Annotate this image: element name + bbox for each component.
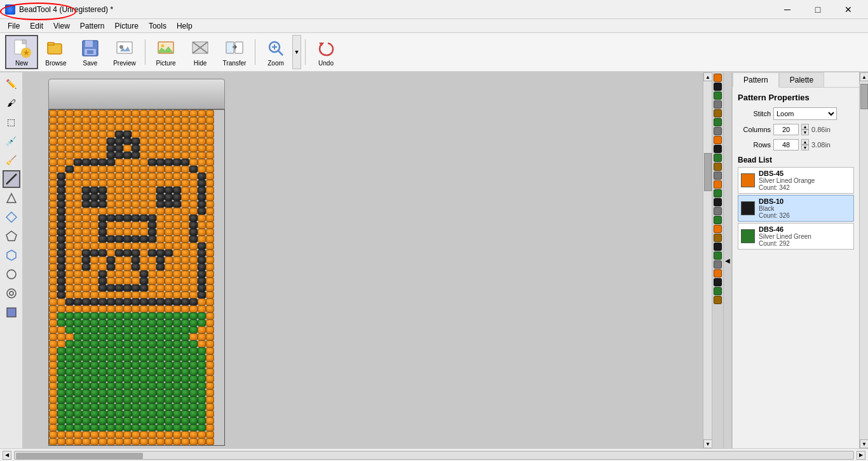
bead[interactable] bbox=[107, 403, 115, 410]
bead[interactable] bbox=[140, 222, 148, 229]
bead[interactable] bbox=[148, 326, 156, 333]
bead[interactable] bbox=[49, 375, 57, 382]
bead[interactable] bbox=[156, 319, 165, 326]
square-fill-tool[interactable] bbox=[3, 304, 20, 321]
bead[interactable] bbox=[165, 145, 173, 152]
bead[interactable] bbox=[115, 361, 123, 368]
bead[interactable] bbox=[49, 298, 57, 305]
bead[interactable] bbox=[140, 375, 148, 382]
bead[interactable] bbox=[198, 333, 206, 340]
bead[interactable] bbox=[140, 277, 148, 284]
bead[interactable] bbox=[148, 215, 156, 222]
canvas-area[interactable] bbox=[23, 72, 703, 448]
bead[interactable] bbox=[82, 257, 90, 264]
bead[interactable] bbox=[132, 117, 140, 124]
bead[interactable] bbox=[173, 431, 181, 438]
bead[interactable] bbox=[98, 361, 107, 368]
bead[interactable] bbox=[107, 375, 115, 382]
bead[interactable] bbox=[165, 396, 173, 403]
bead[interactable] bbox=[90, 166, 98, 173]
bead[interactable] bbox=[65, 382, 74, 389]
bead[interactable] bbox=[49, 201, 57, 208]
bead[interactable] bbox=[189, 354, 198, 361]
bead[interactable] bbox=[82, 110, 90, 117]
bead[interactable] bbox=[140, 145, 148, 152]
bead[interactable] bbox=[65, 312, 74, 319]
bead[interactable] bbox=[65, 159, 74, 166]
bead[interactable] bbox=[123, 243, 132, 250]
scroll-up-button[interactable]: ▲ bbox=[703, 72, 712, 81]
bead[interactable] bbox=[206, 117, 214, 124]
bead[interactable] bbox=[90, 284, 98, 291]
bead[interactable] bbox=[90, 340, 98, 347]
bead[interactable] bbox=[107, 298, 115, 305]
bead[interactable] bbox=[57, 403, 65, 410]
bead[interactable] bbox=[98, 354, 107, 361]
bead[interactable] bbox=[198, 340, 206, 347]
dropper-tool[interactable]: 💉 bbox=[3, 132, 20, 150]
bead[interactable] bbox=[98, 201, 107, 208]
brush-tool[interactable]: 🖌 bbox=[3, 94, 20, 112]
bead[interactable] bbox=[173, 215, 181, 222]
bead[interactable] bbox=[74, 110, 82, 117]
bead[interactable] bbox=[181, 431, 189, 438]
bead[interactable] bbox=[189, 333, 198, 340]
bead[interactable] bbox=[123, 291, 132, 298]
bead[interactable] bbox=[65, 180, 74, 187]
bead[interactable] bbox=[132, 382, 140, 389]
bead[interactable] bbox=[132, 271, 140, 277]
bead[interactable] bbox=[115, 159, 123, 166]
bead[interactable] bbox=[82, 347, 90, 354]
bead[interactable] bbox=[107, 312, 115, 319]
bead[interactable] bbox=[206, 131, 214, 138]
bead[interactable] bbox=[198, 382, 206, 389]
tab-palette[interactable]: Palette bbox=[779, 72, 824, 87]
bead[interactable] bbox=[206, 201, 214, 208]
bead[interactable] bbox=[156, 187, 165, 194]
bead[interactable] bbox=[82, 166, 90, 173]
bead[interactable] bbox=[98, 173, 107, 180]
bead[interactable] bbox=[132, 424, 140, 431]
bead[interactable] bbox=[156, 354, 165, 361]
bead[interactable] bbox=[165, 361, 173, 368]
bead[interactable] bbox=[57, 431, 65, 438]
bead[interactable] bbox=[74, 187, 82, 194]
bead[interactable] bbox=[57, 257, 65, 264]
bead[interactable] bbox=[115, 250, 123, 257]
bead[interactable] bbox=[148, 208, 156, 215]
bead[interactable] bbox=[82, 382, 90, 389]
bead[interactable] bbox=[181, 417, 189, 424]
bead[interactable] bbox=[140, 284, 148, 291]
bead[interactable] bbox=[181, 194, 189, 201]
bead[interactable] bbox=[165, 389, 173, 396]
bead[interactable] bbox=[115, 236, 123, 243]
bead[interactable] bbox=[107, 229, 115, 236]
bead[interactable] bbox=[115, 319, 123, 326]
bead[interactable] bbox=[198, 375, 206, 382]
bead[interactable] bbox=[156, 257, 165, 264]
bead[interactable] bbox=[90, 194, 98, 201]
bead[interactable] bbox=[165, 138, 173, 145]
bead[interactable] bbox=[49, 264, 57, 271]
bead[interactable] bbox=[181, 131, 189, 138]
bead[interactable] bbox=[107, 438, 115, 445]
bead[interactable] bbox=[107, 305, 115, 312]
bead[interactable] bbox=[156, 194, 165, 201]
bead[interactable] bbox=[156, 333, 165, 340]
scroll-down-button[interactable]: ▼ bbox=[703, 439, 712, 448]
bead[interactable] bbox=[74, 173, 82, 180]
bead[interactable] bbox=[206, 340, 214, 347]
bead[interactable] bbox=[115, 243, 123, 250]
bead[interactable] bbox=[165, 124, 173, 131]
save-button[interactable]: Save bbox=[74, 35, 107, 69]
bead[interactable] bbox=[98, 333, 107, 340]
bead[interactable] bbox=[140, 159, 148, 166]
bead[interactable] bbox=[82, 215, 90, 222]
bead[interactable] bbox=[165, 291, 173, 298]
bead[interactable] bbox=[74, 194, 82, 201]
bead[interactable] bbox=[107, 291, 115, 298]
bead[interactable] bbox=[98, 326, 107, 333]
bead[interactable] bbox=[132, 340, 140, 347]
bead[interactable] bbox=[132, 173, 140, 180]
bead[interactable] bbox=[206, 222, 214, 229]
